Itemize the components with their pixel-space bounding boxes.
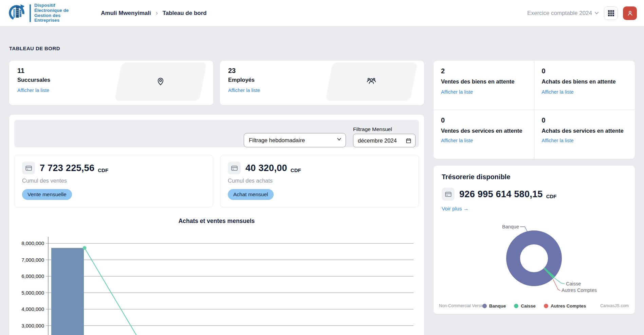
svg-text:5,000,000: 5,000,000 (21, 290, 44, 296)
svg-text:8,000,000: 8,000,000 (21, 240, 44, 246)
stat-card-employes: 23 Employés Afficher la liste (220, 61, 424, 105)
treasury-amount: 926 995 614 580,15 (459, 189, 543, 200)
monthly-bar-line-chart: 8,000,0007,000,0006,000,0005,000,0004,00… (14, 230, 419, 335)
grid-icon (608, 10, 614, 17)
pending-label: Achats des biens en attente (542, 78, 627, 85)
logo-divider (30, 4, 31, 22)
pending-label: Ventes des biens en attente (441, 78, 526, 85)
legend-item-caisse[interactable]: Caisse (514, 303, 536, 309)
calendar-icon (406, 138, 411, 144)
breadcrumb-current-page: Tableau de bord (163, 10, 207, 17)
canvasjs-watermark-right: CanvasJS.com (600, 303, 629, 308)
pending-show-list-link[interactable]: Afficher la liste (441, 138, 473, 143)
user-account-button[interactable] (623, 6, 637, 20)
svg-text:4,000,000: 4,000,000 (21, 306, 44, 312)
header-actions: Exercice comptable 2024 (527, 6, 637, 20)
location-pin-icon (156, 76, 165, 87)
card-payment-icon (22, 162, 35, 174)
totals-row: 7 723 225,56 CDF Cumul des ventes Vente … (14, 155, 419, 207)
breadcrumb-separator-icon: › (156, 10, 158, 17)
breadcrumb: Amuli Mwenyimali › Tableau de bord (101, 10, 206, 17)
legend-dot-autres-comptes (544, 304, 548, 308)
pending-count: 0 (542, 67, 628, 75)
logo-text: Dispositif Électronique de Gestion des E… (34, 3, 69, 23)
pending-show-list-link[interactable]: Afficher la liste (542, 138, 574, 143)
card-payment-icon (228, 162, 241, 174)
pending-achats-services-cell: 0 Achats des services en attente Affiche… (534, 110, 635, 159)
pending-show-list-link[interactable]: Afficher la liste (542, 89, 574, 95)
treasury-title: Trésorerie disponible (442, 173, 627, 181)
pending-show-list-link[interactable]: Afficher la liste (441, 89, 473, 95)
page-content: TABLEAU DE BORD 11 Succursales Afficher … (0, 26, 644, 335)
pending-transactions-panel: 2 Ventes des biens en attente Afficher l… (434, 61, 635, 159)
person-icon (626, 10, 634, 17)
treasury-currency: CDF (546, 193, 557, 201)
canvasjs-watermark-left: Non-Commercial Version (439, 303, 486, 308)
purchases-total-amount: 40 320,00 (245, 163, 287, 173)
treasury-see-more-link[interactable]: Voir plus → (442, 206, 468, 212)
legend-dot-caisse (514, 304, 518, 308)
sales-total-amount: 7 723 225,56 (40, 163, 94, 173)
monthly-filter-input[interactable]: décembre 2024 (353, 134, 416, 147)
donut-legend: Non-Commercial Version Banque Caisse Aut… (442, 302, 627, 310)
sales-total-label: Cumul des ventes (22, 178, 205, 184)
fiscal-year-selector[interactable]: Exercice comptable 2024 (527, 10, 599, 17)
pending-ventes-biens-cell: 2 Ventes des biens en attente Afficher l… (434, 61, 534, 110)
page-title: TABLEAU DE BORD (9, 45, 635, 51)
stat-cards-row: 11 Succursales Afficher la liste 23 (9, 61, 424, 105)
logo-swoosh-icon (7, 3, 26, 23)
purchases-period-badge: Achat mensuel (228, 189, 274, 200)
card-payment-icon (442, 188, 455, 201)
treasury-donut-chart: Banque Caisse Autres Comptes (442, 217, 627, 302)
treasury-card: Trésorerie disponible 926 995 614 580,15… (434, 166, 635, 314)
pending-count: 0 (542, 116, 628, 124)
donut-label-banque: Banque (502, 224, 519, 229)
breadcrumb-company[interactable]: Amuli Mwenyimali (101, 10, 151, 17)
sales-total-card: 7 723 225,56 CDF Cumul des ventes Vente … (14, 155, 213, 207)
pending-label: Achats des services en attente (542, 127, 627, 134)
employes-icon-panel (325, 62, 418, 101)
people-group-icon (366, 76, 377, 88)
stat-card-succursales: 11 Succursales Afficher la liste (9, 61, 213, 105)
app-logo: Dispositif Électronique de Gestion des E… (7, 3, 69, 23)
purchases-total-currency: CDF (291, 167, 301, 174)
sales-total-currency: CDF (98, 167, 108, 174)
app-header: Dispositif Électronique de Gestion des E… (0, 0, 644, 26)
apps-grid-button[interactable] (604, 6, 618, 20)
monthly-chart-card: Filtrage hebdomadaire Filtrage Mensuel d… (9, 115, 424, 335)
purchases-total-label: Cumul des achats (228, 178, 411, 184)
purchases-total-card: 40 320,00 CDF Cumul des achats Achat men… (220, 155, 419, 207)
pending-count: 2 (441, 67, 527, 75)
filters-bar: Filtrage hebdomadaire Filtrage Mensuel d… (14, 120, 419, 147)
donut-label-autres-comptes: Autres Comptes (562, 287, 597, 293)
sales-period-badge: Vente mensuelle (22, 189, 72, 200)
pending-count: 0 (441, 116, 527, 124)
monthly-filter-label: Filtrage Mensuel (353, 126, 416, 132)
pending-achats-biens-cell: 0 Achats des biens en attente Afficher l… (534, 61, 635, 110)
succursales-show-list-link[interactable]: Afficher la liste (17, 88, 49, 93)
svg-text:3,000,000: 3,000,000 (21, 323, 44, 329)
donut-label-caisse: Caisse (566, 281, 581, 286)
weekly-filter-select[interactable]: Filtrage hebdomadaire (244, 133, 346, 147)
succursales-icon-panel (114, 62, 207, 101)
legend-item-autres-comptes[interactable]: Autres Comptes (544, 303, 586, 309)
pending-label: Ventes des services en attente (441, 127, 526, 134)
pending-ventes-services-cell: 0 Ventes des services en attente Affiche… (434, 110, 534, 159)
chevron-down-icon (594, 12, 599, 15)
employes-show-list-link[interactable]: Afficher la liste (228, 88, 260, 93)
monthly-chart-title: Achats et ventes mensuels (14, 218, 419, 225)
svg-text:7,000,000: 7,000,000 (21, 257, 44, 263)
svg-text:6,000,000: 6,000,000 (21, 273, 44, 279)
